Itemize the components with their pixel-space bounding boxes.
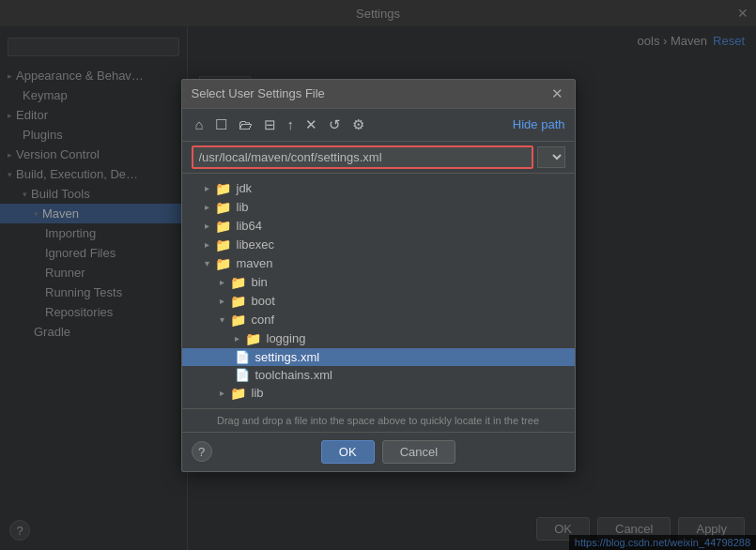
arrow-icon: ▾	[205, 258, 209, 268]
tree-item-lib2[interactable]: ▸ 📁 lib	[182, 384, 575, 403]
up-button[interactable]: ↑	[284, 115, 299, 134]
tree-item-boot[interactable]: ▸ 📁 boot	[182, 292, 575, 311]
arrow-icon: ▸	[220, 277, 224, 287]
modal-footer: ? OK Cancel	[182, 432, 575, 471]
folder-icon: 📁	[230, 294, 246, 309]
new-file-button[interactable]: ☐	[211, 115, 231, 135]
modal-ok-button[interactable]: OK	[321, 440, 375, 464]
folder-icon: 📁	[245, 331, 261, 346]
arrow-icon: ▸	[205, 202, 209, 212]
settings-window: Settings ✕ ▸ Appearance & Behav… Keymap …	[0, 0, 756, 550]
folder-icon: 📁	[215, 256, 231, 271]
xml-icon: 📄	[235, 350, 250, 364]
path-input-box	[192, 145, 533, 169]
tree-item-label: lib	[237, 200, 249, 214]
new-folder-button[interactable]: 🗁	[235, 115, 256, 134]
tree-item-label: lib64	[237, 219, 262, 233]
path-input[interactable]	[193, 147, 532, 167]
folder-icon: 📁	[230, 313, 246, 328]
modal-cancel-button[interactable]: Cancel	[382, 440, 455, 464]
path-dropdown[interactable]	[537, 146, 565, 168]
tree-item-label: toolchains.xml	[255, 368, 332, 382]
tree-item-jdk[interactable]: ▸ 📁 jdk	[182, 179, 575, 198]
arrow-icon: ▾	[220, 314, 224, 325]
xml-icon: 📄	[235, 368, 250, 382]
folder-icon: 📁	[215, 181, 231, 196]
tree-item-label: lib	[252, 386, 264, 400]
tree-item-lib64[interactable]: ▸ 📁 lib64	[182, 217, 575, 236]
modal-title-bar: Select User Settings File ✕	[182, 80, 575, 109]
tree-item-maven[interactable]: ▾ 📁 maven	[182, 254, 575, 273]
tree-item-label: logging	[267, 331, 306, 345]
arrow-icon: ▸	[205, 239, 209, 250]
path-input-row	[182, 142, 575, 174]
tree-item-toolchains-xml[interactable]: 📄 toolchains.xml	[182, 366, 575, 384]
folder-icon: 📁	[215, 219, 231, 234]
arrow-icon: ▸	[220, 388, 224, 398]
arrow-icon: ▸	[220, 296, 224, 306]
delete-button[interactable]: ✕	[301, 115, 321, 135]
folder-icon: 📁	[230, 386, 246, 401]
tree-item-label: settings.xml	[255, 350, 320, 364]
tree-item-label: jdk	[237, 181, 253, 195]
arrow-icon: ▸	[205, 221, 209, 231]
tree-item-settings-xml[interactable]: 📄 settings.xml	[182, 348, 575, 366]
tree-item-logging[interactable]: ▸ 📁 logging	[182, 329, 575, 348]
modal-toolbar: ⌂ ☐ 🗁 ⊟ ↑ ✕ ↺ ⚙ Hide path	[182, 109, 575, 142]
modal-help-button[interactable]: ?	[192, 441, 212, 462]
modal-title: Select User Settings File	[192, 86, 325, 100]
folder-icon: 📁	[215, 200, 231, 215]
collapse-button[interactable]: ⊟	[260, 115, 280, 135]
tree-item-label: conf	[252, 313, 275, 327]
arrow-icon: ▸	[235, 333, 239, 344]
select-file-modal: Select User Settings File ✕ ⌂ ☐ 🗁 ⊟ ↑ ✕ …	[181, 79, 576, 472]
folder-icon: 📁	[230, 275, 246, 290]
modal-close-button[interactable]: ✕	[549, 85, 565, 102]
home-button[interactable]: ⌂	[192, 115, 208, 134]
tree-item-label: libexec	[237, 237, 274, 252]
file-tree: ▸ 📁 jdk ▸ 📁 lib ▸ 📁 lib64 ▸ 📁 li	[182, 174, 575, 408]
tree-item-bin[interactable]: ▸ 📁 bin	[182, 273, 575, 292]
arrow-icon: ▸	[205, 183, 209, 193]
tree-item-libexec[interactable]: ▸ 📁 libexec	[182, 236, 575, 254]
refresh-button[interactable]: ↺	[325, 115, 345, 135]
settings-button[interactable]: ⚙	[348, 115, 368, 135]
folder-icon: 📁	[215, 237, 231, 252]
tree-item-label: maven	[237, 256, 273, 270]
tree-item-lib[interactable]: ▸ 📁 lib	[182, 198, 575, 217]
modal-overlay: Select User Settings File ✕ ⌂ ☐ 🗁 ⊟ ↑ ✕ …	[0, 0, 756, 550]
modal-footer-buttons: OK Cancel	[321, 440, 455, 464]
tree-item-label: bin	[252, 275, 268, 289]
tree-item-conf[interactable]: ▾ 📁 conf	[182, 311, 575, 329]
tree-item-label: boot	[252, 294, 275, 308]
modal-hint: Drag and drop a file into the space abov…	[182, 408, 575, 432]
hide-path-link[interactable]: Hide path	[513, 117, 565, 131]
